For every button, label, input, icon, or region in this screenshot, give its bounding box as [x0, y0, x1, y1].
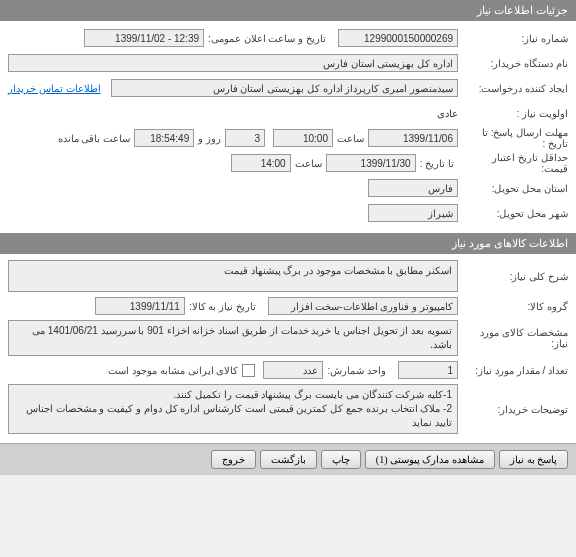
buyer-notes-label: توضیحات خریدار:: [458, 404, 568, 415]
need-info-form: شماره نیاز: 1299000150000269 تاریخ و ساع…: [0, 21, 576, 233]
iran-goods-label: کالای ایرانی مشابه موجود است: [104, 365, 242, 376]
group-value: کامپیوتر و فناوری اطلاعات-سخت افزار: [268, 297, 458, 315]
unit-value: عدد: [263, 361, 323, 379]
response-time-value: 10:00: [273, 129, 333, 147]
spec-value: تسویه بعد از تحویل اجناس یا خرید خدمات ا…: [8, 320, 458, 356]
exit-button[interactable]: خروج: [211, 450, 256, 469]
group-label: گروه کالا:: [458, 301, 568, 312]
spec-label: مشخصات کالای مورد نیاز:: [458, 327, 568, 349]
requester-label: ایجاد کننده درخواست:: [458, 83, 568, 94]
iran-goods-checkbox[interactable]: [242, 364, 255, 377]
time-label-2: ساعت: [291, 158, 326, 169]
need-to-date-value: 1399/11/11: [95, 297, 185, 315]
need-number-label: شماره نیاز:: [458, 33, 568, 44]
buyer-contact-link[interactable]: اطلاعات تماس خریدار: [8, 83, 101, 94]
pub-datetime-value: 12:39 - 1399/11/02: [84, 29, 204, 47]
deliver-province-label: استان محل تحویل:: [458, 183, 568, 194]
min-credit-label: حداقل تاریخ اعتبار قیمت:: [458, 152, 568, 174]
deliver-city-label: شهر محل تحویل:: [458, 208, 568, 219]
qty-value: 1: [398, 361, 458, 379]
buyer-org-label: نام دستگاه خریدار:: [458, 58, 568, 69]
general-desc-label: شرح کلی نیاز:: [458, 271, 568, 282]
pub-datetime-label: تاریخ و ساعت اعلان عمومی:: [204, 33, 330, 44]
print-button[interactable]: چاپ: [321, 450, 361, 469]
time-label-1: ساعت: [333, 133, 368, 144]
need-number-value: 1299000150000269: [338, 29, 458, 47]
deliver-city-value: شیراز: [368, 204, 458, 222]
back-button[interactable]: بازگشت: [260, 450, 317, 469]
button-bar: پاسخ به نیاز مشاهده مدارک پیوستی (1) چاپ…: [0, 443, 576, 475]
need-info-header: جزئیات اطلاعات نیاز: [0, 0, 576, 21]
response-deadline-label: مهلت ارسال پاسخ: تا تاریخ :: [458, 127, 568, 149]
need-to-date-label: تاریخ نیاز به کالا:: [185, 301, 260, 312]
remain-suffix-label: ساعت باقی مانده: [54, 133, 135, 144]
credit-date-value: 1399/11/30: [326, 154, 416, 172]
response-date-value: 1399/11/06: [368, 129, 458, 147]
requester-value: سیدمنصور امیری کارپرداز اداره کل بهزیستی…: [111, 79, 458, 97]
attachments-button[interactable]: مشاهده مدارک پیوستی (1): [365, 450, 495, 469]
days-and-label: روز و: [194, 133, 225, 144]
remain-days-value: 3: [225, 129, 265, 147]
deliver-province-value: فارس: [368, 179, 458, 197]
remain-time-value: 18:54:49: [134, 129, 194, 147]
unit-label: واحد شمارش:: [323, 365, 390, 376]
buyer-org-value: اداره کل بهزیستی استان فارس: [8, 54, 458, 72]
priority-value: عادی: [437, 108, 458, 119]
credit-time-value: 14:00: [231, 154, 291, 172]
to-date-label-2: تا تاریخ :: [416, 158, 458, 169]
goods-info-header: اطلاعات کالاهای مورد نیاز: [0, 233, 576, 254]
reply-button[interactable]: پاسخ به نیاز: [499, 450, 568, 469]
general-desc-value: اسکنر مطابق با مشخصات موجود در برگ پیشنه…: [8, 260, 458, 292]
priority-label: اولویت نیاز :: [458, 108, 568, 119]
qty-label: تعداد / مقدار مورد نیاز:: [458, 365, 568, 376]
goods-info-form: شرح کلی نیاز: اسکنر مطابق با مشخصات موجو…: [0, 254, 576, 443]
buyer-notes-value: 1-کلیه شرکت کنندگان می بایست برگ پیشنهاد…: [8, 384, 458, 434]
